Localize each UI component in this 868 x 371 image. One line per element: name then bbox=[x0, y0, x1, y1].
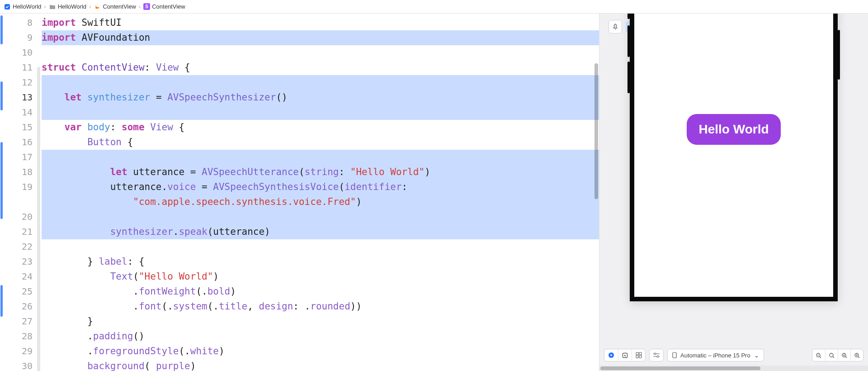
line-number-gutter: 8910111213141516171819202122232425262728… bbox=[4, 14, 37, 371]
vertical-scrollbar[interactable] bbox=[594, 63, 598, 199]
zoom-in-button[interactable] bbox=[850, 349, 863, 362]
line-number: 26 bbox=[4, 299, 33, 314]
selectable-preview-button[interactable] bbox=[618, 349, 632, 361]
line-number: 14 bbox=[4, 105, 33, 120]
code-content[interactable]: import SwiftUIimport AVFoundationstruct … bbox=[42, 14, 599, 371]
code-line[interactable]: .foregroundStyle(.white) bbox=[42, 344, 599, 359]
zoom-fit-button[interactable] bbox=[825, 349, 838, 362]
fold-strip bbox=[37, 14, 42, 371]
code-line[interactable]: "com.apple.speech.synthesis.voice.Fred") bbox=[42, 195, 599, 209]
device-button-icon bbox=[627, 62, 630, 93]
code-line[interactable] bbox=[42, 45, 599, 60]
crumb-symbol-label: ContentView bbox=[152, 3, 185, 10]
zoom-100-button[interactable] bbox=[838, 349, 850, 362]
crumb-folder-label: HelloWorld bbox=[58, 3, 86, 10]
line-number: 28 bbox=[4, 329, 33, 344]
device-button-icon bbox=[838, 30, 840, 80]
device-settings-button[interactable] bbox=[650, 349, 663, 361]
line-number: 24 bbox=[4, 269, 33, 284]
chevron-icon: › bbox=[89, 3, 91, 10]
code-line[interactable] bbox=[42, 105, 599, 120]
pin-preview-button[interactable] bbox=[609, 20, 622, 33]
device-picker-label: Automatic – iPhone 15 Pro bbox=[680, 352, 750, 359]
struct-icon: S bbox=[143, 3, 150, 10]
line-number: 29 bbox=[4, 344, 33, 359]
preview-hello-button[interactable]: Hello World bbox=[687, 114, 780, 145]
canvas-toolbar: Automatic – iPhone 15 Pro ⌄ bbox=[599, 345, 868, 366]
change-bar bbox=[0, 285, 3, 317]
code-line[interactable]: let synthesizer = AVSpeechSynthesizer() bbox=[42, 90, 599, 105]
folder-icon bbox=[49, 3, 56, 10]
crumb-folder[interactable]: HelloWorld bbox=[49, 3, 86, 10]
zoom-in-icon bbox=[854, 352, 860, 359]
code-line[interactable]: background( purple) bbox=[42, 359, 599, 371]
horizontal-scrollbar[interactable] bbox=[599, 366, 868, 371]
code-line[interactable]: synthesizer.speak(utterance) bbox=[42, 224, 599, 239]
crumb-file[interactable]: ContentView bbox=[94, 3, 136, 10]
code-line[interactable] bbox=[42, 239, 599, 254]
code-line[interactable]: Text("Hello World") bbox=[42, 269, 599, 284]
svg-point-11 bbox=[657, 356, 659, 357]
variants-button[interactable] bbox=[632, 349, 645, 361]
line-number bbox=[4, 195, 33, 209]
change-bar bbox=[0, 15, 3, 44]
code-line[interactable]: let utterance = AVSpeechUtterance(string… bbox=[42, 165, 599, 180]
device-picker[interactable]: Automatic – iPhone 15 Pro ⌄ bbox=[667, 349, 764, 361]
code-line[interactable]: var body: some View { bbox=[42, 120, 599, 135]
line-number: 16 bbox=[4, 135, 33, 150]
code-line[interactable]: } bbox=[42, 314, 599, 329]
line-number: 23 bbox=[4, 254, 33, 269]
svg-line-16 bbox=[820, 357, 821, 358]
change-strip bbox=[0, 14, 4, 371]
live-preview-button[interactable] bbox=[604, 349, 618, 361]
svg-rect-4 bbox=[636, 352, 638, 355]
play-icon bbox=[608, 352, 614, 358]
code-line[interactable] bbox=[42, 75, 599, 90]
zoom-controls bbox=[812, 349, 863, 361]
code-line[interactable]: .padding() bbox=[42, 329, 599, 344]
chevron-icon: › bbox=[139, 3, 141, 10]
crumb-project[interactable]: HelloWorld bbox=[4, 3, 41, 10]
zoom-fit-icon bbox=[829, 352, 835, 359]
grid-icon bbox=[636, 352, 642, 358]
zoom-out-button[interactable] bbox=[812, 349, 825, 362]
svg-line-19 bbox=[833, 357, 834, 358]
line-number: 20 bbox=[4, 209, 33, 224]
canvas-area[interactable]: ContentView Hello World bbox=[599, 14, 868, 345]
fold-ribbon[interactable] bbox=[37, 127, 40, 353]
line-number: 8 bbox=[4, 15, 33, 30]
phone-icon bbox=[672, 352, 677, 358]
line-number: 18 bbox=[4, 165, 33, 180]
chevron-icon: › bbox=[44, 3, 46, 10]
svg-line-24 bbox=[858, 357, 859, 358]
line-number: 27 bbox=[4, 314, 33, 329]
chevron-down-icon: ⌄ bbox=[754, 352, 759, 359]
svg-point-22 bbox=[843, 355, 844, 356]
code-line[interactable]: import SwiftUI bbox=[42, 15, 599, 30]
breadcrumb: HelloWorld › HelloWorld › ContentView › … bbox=[0, 0, 868, 14]
crumb-project-label: HelloWorld bbox=[13, 3, 41, 10]
preview-canvas-pane: ContentView Hello World bbox=[599, 14, 868, 371]
code-line[interactable]: import AVFoundation bbox=[42, 30, 599, 45]
crumb-symbol[interactable]: S ContentView bbox=[143, 3, 185, 10]
line-number: 15 bbox=[4, 120, 33, 135]
line-number: 19 bbox=[4, 180, 33, 195]
zoom-actual-icon bbox=[841, 352, 848, 359]
code-editor[interactable]: 8910111213141516171819202122232425262728… bbox=[0, 14, 599, 371]
code-line[interactable]: } label: { bbox=[42, 254, 599, 269]
code-line[interactable]: .fontWeight(.bold) bbox=[42, 284, 599, 299]
line-number: 30 bbox=[4, 359, 33, 371]
svg-rect-5 bbox=[639, 352, 642, 355]
device-button-icon bbox=[627, 14, 630, 19]
line-number: 11 bbox=[4, 60, 33, 75]
code-line[interactable]: utterance.voice = AVSpeechSynthesisVoice… bbox=[42, 180, 599, 195]
line-number: 21 bbox=[4, 224, 33, 239]
code-line[interactable]: .font(.system(.title, design: .rounded)) bbox=[42, 299, 599, 314]
code-line[interactable]: Button { bbox=[42, 135, 599, 150]
cursor-icon bbox=[622, 352, 628, 358]
code-line[interactable] bbox=[42, 209, 599, 224]
code-line[interactable]: struct ContentView: View { bbox=[42, 60, 599, 75]
zoom-out-icon bbox=[816, 352, 822, 359]
code-line[interactable] bbox=[42, 150, 599, 165]
line-number: 25 bbox=[4, 284, 33, 299]
